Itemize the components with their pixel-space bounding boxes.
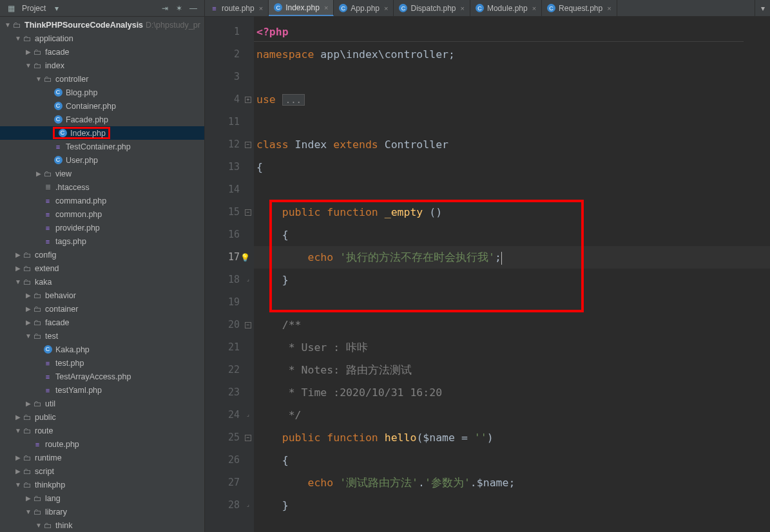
chevron-open-icon[interactable]: [35, 75, 43, 82]
tab-overflow-icon[interactable]: ▾: [755, 0, 770, 16]
chevron-closed-icon[interactable]: [14, 413, 22, 421]
close-icon[interactable]: ×: [532, 5, 536, 12]
line-number: 3: [205, 66, 254, 88]
collapse-icon[interactable]: ⇥: [159, 3, 171, 14]
editor-tab[interactable]: CDispatch.php×: [394, 0, 470, 16]
tree-item[interactable]: 🗀view: [0, 167, 204, 180]
tree-item[interactable]: 🗀behavior: [0, 289, 204, 302]
tree-item-label: controller: [55, 75, 88, 84]
tree-item[interactable]: ≡command.php: [0, 194, 204, 207]
tree-item[interactable]: 🗀container: [0, 302, 204, 316]
tree-item-label: Blog.php: [66, 88, 97, 97]
tree-item[interactable]: 🗀config: [0, 248, 204, 261]
tree-item[interactable]: CBlog.php: [0, 86, 204, 99]
tree-item[interactable]: 🗀facade: [0, 316, 204, 329]
tree-item[interactable]: ≡testYaml.php: [0, 383, 204, 397]
folded-region[interactable]: ...: [282, 94, 305, 106]
close-icon[interactable]: ×: [607, 5, 611, 12]
tree-item-label: Facade.php: [66, 115, 108, 124]
tree-item[interactable]: CContainer.php: [0, 99, 204, 113]
tree-item[interactable]: 🗀thinkphp: [0, 478, 204, 491]
editor-tab[interactable]: CModule.php×: [470, 0, 542, 16]
chevron-open-icon[interactable]: [14, 278, 22, 285]
chevron-closed-icon[interactable]: [14, 251, 22, 258]
close-icon[interactable]: ×: [384, 5, 388, 12]
minimize-icon[interactable]: —: [188, 3, 199, 14]
code-editor[interactable]: 1234+1112−131415−1617💡18⌟1920−21222324⌟2…: [205, 17, 770, 532]
tree-item-label: config: [35, 251, 56, 260]
editor-tab[interactable]: ≡route.php×: [205, 0, 269, 16]
tree-item[interactable]: 🗀lang: [0, 491, 204, 505]
tree-item[interactable]: ≡test.php: [0, 356, 204, 370]
tree-item-label: think: [55, 521, 72, 530]
chevron-open-icon[interactable]: [35, 522, 43, 529]
line-number: 12−: [205, 133, 254, 156]
tree-item[interactable]: ≡provider.php: [0, 221, 204, 234]
tree-item[interactable]: 🗀extend: [0, 261, 204, 275]
tree-item[interactable]: 🗀public: [0, 410, 204, 424]
project-tree[interactable]: 🗀 ThinkPHPSourceCodeAnalysis D:\phpstudy…: [0, 17, 204, 532]
fold-collapse-icon[interactable]: −: [245, 142, 251, 148]
editor-tab[interactable]: CRequest.php×: [542, 0, 617, 16]
file-icon: ≣: [43, 183, 53, 191]
line-number: 27: [205, 471, 254, 494]
chevron-closed-icon[interactable]: [24, 48, 32, 55]
tree-item[interactable]: 🗀script: [0, 464, 204, 478]
dropdown-icon[interactable]: ▾: [51, 3, 63, 14]
tree-item[interactable]: 🗀kaka: [0, 275, 204, 289]
chevron-open-icon[interactable]: [24, 508, 32, 515]
chevron-open-icon[interactable]: [4, 21, 12, 28]
chevron-open-icon[interactable]: [24, 332, 32, 339]
tree-item[interactable]: 🗀util: [0, 397, 204, 410]
tree-item[interactable]: 🗀think: [0, 518, 204, 532]
chevron-closed-icon[interactable]: [24, 400, 32, 407]
tree-item[interactable]: 🗀library: [0, 505, 204, 518]
close-icon[interactable]: ×: [461, 5, 465, 12]
class-file-icon: C: [339, 4, 347, 12]
chevron-open-icon[interactable]: [14, 35, 22, 42]
editor-tab[interactable]: CApp.php×: [334, 0, 394, 16]
chevron-closed-icon[interactable]: [35, 170, 43, 177]
tree-item[interactable]: 🗀facade: [0, 45, 204, 59]
fold-expand-icon[interactable]: +: [245, 97, 251, 103]
tree-item[interactable]: ≡common.php: [0, 207, 204, 221]
chevron-closed-icon[interactable]: [24, 305, 32, 312]
tree-item[interactable]: CFacade.php: [0, 113, 204, 126]
editor-tab[interactable]: CIndex.php×: [269, 0, 334, 16]
tree-item[interactable]: ≣.htaccess: [0, 180, 204, 194]
tree-item[interactable]: 🗀controller: [0, 72, 204, 86]
chevron-closed-icon[interactable]: [24, 495, 32, 502]
tree-item[interactable]: ≡tags.php: [0, 234, 204, 248]
chevron-closed-icon[interactable]: [14, 468, 22, 475]
chevron-open-icon[interactable]: [24, 62, 32, 69]
tree-item[interactable]: 🗀application: [0, 32, 204, 45]
tree-item[interactable]: ≡route.php: [0, 437, 204, 451]
chevron-closed-icon[interactable]: [24, 319, 32, 326]
line-number: 2: [205, 43, 254, 66]
tree-item[interactable]: 🗀runtime: [0, 451, 204, 464]
tree-item[interactable]: ≡TestArrayAccess.php: [0, 370, 204, 383]
close-icon[interactable]: ×: [324, 4, 328, 12]
fold-collapse-icon[interactable]: −: [245, 209, 251, 216]
bulb-icon[interactable]: 💡: [240, 246, 250, 269]
fold-collapse-icon[interactable]: −: [245, 435, 251, 441]
folder-icon: 🗀: [43, 169, 53, 178]
chevron-closed-icon[interactable]: [14, 454, 22, 461]
tree-item[interactable]: CIndex.php: [0, 126, 204, 140]
tree-item[interactable]: CUser.php: [0, 153, 204, 167]
tree-root[interactable]: 🗀 ThinkPHPSourceCodeAnalysis D:\phpstudy…: [0, 18, 204, 32]
gear-icon[interactable]: ✶: [173, 3, 185, 14]
line-number: 25−: [205, 426, 254, 449]
code-pane[interactable]: <?php namespace app\index\controller; us…: [254, 17, 770, 532]
chevron-closed-icon[interactable]: [14, 265, 22, 272]
tree-item[interactable]: 🗀route: [0, 424, 204, 437]
fold-collapse-icon[interactable]: −: [245, 322, 251, 328]
tree-item[interactable]: 🗀test: [0, 329, 204, 343]
tree-item[interactable]: CKaka.php: [0, 343, 204, 356]
tree-item[interactable]: ≡TestContainer.php: [0, 140, 204, 153]
chevron-open-icon[interactable]: [14, 427, 22, 434]
tree-item[interactable]: 🗀index: [0, 59, 204, 72]
chevron-open-icon[interactable]: [14, 481, 22, 488]
close-icon[interactable]: ×: [259, 5, 263, 12]
chevron-closed-icon[interactable]: [24, 292, 32, 299]
